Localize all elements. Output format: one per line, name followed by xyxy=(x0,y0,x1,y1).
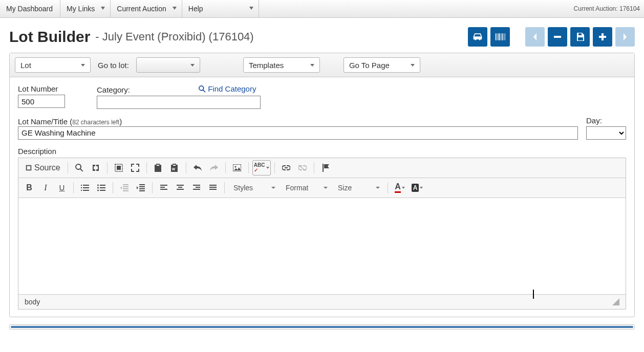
menu-my-links[interactable]: My Links xyxy=(60,0,111,17)
go-to-lot-label: Go to lot: xyxy=(98,61,129,70)
editor-outdent-button xyxy=(117,180,132,195)
barcode-button[interactable] xyxy=(490,27,510,47)
vehicle-button[interactable] xyxy=(468,27,487,47)
chevron-down-icon xyxy=(324,187,328,189)
chevron-right-icon xyxy=(622,33,628,40)
menu-label: My Dashboard xyxy=(6,5,53,13)
editor-bg-color-button[interactable]: A xyxy=(409,180,425,195)
lot-number-field-group: Lot Number xyxy=(18,84,65,109)
chevron-down-icon xyxy=(271,187,275,189)
day-select[interactable] xyxy=(586,126,626,140)
page-subtitle: - July Event (Proxibid) (176104) xyxy=(95,30,253,43)
editor-replace-button[interactable] xyxy=(88,160,103,175)
editor-maximize-button[interactable] xyxy=(127,160,143,175)
editor-bold-button[interactable]: B xyxy=(22,180,37,195)
find-category-link[interactable]: Find Category xyxy=(199,84,256,93)
category-field-group: Category: Find Category xyxy=(97,84,261,109)
top-menu: My Dashboard My Links Current Auction He… xyxy=(0,0,259,17)
menu-my-dashboard[interactable]: My Dashboard xyxy=(0,0,60,17)
editor-find-button[interactable] xyxy=(72,160,87,175)
undo-icon xyxy=(194,165,202,171)
editor-styles-select[interactable]: Styles xyxy=(228,180,280,195)
chevron-down-icon xyxy=(266,167,269,169)
flag-icon xyxy=(322,164,329,172)
chevron-down-icon xyxy=(173,7,177,10)
select-all-icon xyxy=(115,164,123,172)
lot-title-label: Lot Name/Title (82 characters left) xyxy=(18,117,122,126)
editor-align-justify-button[interactable] xyxy=(205,180,221,195)
editor-bullet-list-button[interactable] xyxy=(94,180,109,195)
go-to-page-select[interactable]: Go To Page xyxy=(344,57,420,73)
editor-toolbar-row-2: B I U Styles Format Size xyxy=(18,178,626,198)
chevron-down-icon xyxy=(81,64,85,67)
chevron-down-icon xyxy=(420,187,423,189)
lot-type-select[interactable]: Lot xyxy=(15,57,91,73)
barcode-icon xyxy=(495,33,505,41)
page-title: Lot Builder xyxy=(9,28,90,46)
go-to-lot-select[interactable] xyxy=(136,57,200,73)
editor-flag-button[interactable] xyxy=(318,160,333,175)
editor-selectall-button[interactable] xyxy=(111,160,126,175)
editor-paste-button[interactable] xyxy=(151,160,166,175)
align-left-icon xyxy=(160,185,167,191)
lot-number-label: Lot Number xyxy=(18,84,65,93)
search-icon xyxy=(199,85,206,93)
editor-underline-button[interactable]: U xyxy=(54,180,70,195)
editor-footer: body xyxy=(18,294,626,309)
minus-icon xyxy=(554,33,561,40)
italic-icon: I xyxy=(44,183,47,192)
editor-align-right-button[interactable] xyxy=(189,180,204,195)
editor-numbered-list-button[interactable] xyxy=(77,180,93,195)
editor-spellcheck-button[interactable]: ABC✓ xyxy=(252,160,271,175)
link-icon xyxy=(282,165,290,170)
editor-size-select[interactable]: Size xyxy=(333,180,384,195)
plus-icon xyxy=(599,33,606,40)
search-icon xyxy=(75,164,83,172)
category-input[interactable] xyxy=(97,96,261,109)
editor-element-path[interactable]: body xyxy=(25,298,40,306)
editor-format-select[interactable]: Format xyxy=(281,180,332,195)
next-panel-header xyxy=(9,324,635,329)
align-right-icon xyxy=(193,185,200,191)
menu-label: My Links xyxy=(67,5,95,13)
editor-image-button[interactable] xyxy=(229,160,245,175)
combo-label: Go To Page xyxy=(349,61,390,70)
source-icon xyxy=(25,164,32,171)
day-field-group: Day: xyxy=(586,116,626,140)
lot-title-input[interactable] xyxy=(18,126,578,140)
description-editor: Source ABC✓ xyxy=(18,158,626,310)
page-header: Lot Builder - July Event (Proxibid) (176… xyxy=(0,18,644,53)
templates-select[interactable]: Templates xyxy=(243,57,320,73)
editor-source-button[interactable]: Source xyxy=(22,160,64,175)
editor-align-left-button[interactable] xyxy=(156,180,171,195)
svg-rect-0 xyxy=(554,36,561,38)
editor-resize-grip[interactable] xyxy=(612,298,619,305)
image-icon xyxy=(233,164,241,171)
car-icon xyxy=(473,33,483,41)
lot-number-input[interactable] xyxy=(18,95,65,108)
svg-point-6 xyxy=(97,187,99,188)
save-button[interactable] xyxy=(570,27,590,47)
menu-label: Help xyxy=(188,5,203,13)
unordered-list-icon xyxy=(97,184,105,191)
editor-undo-button[interactable] xyxy=(190,160,205,175)
editor-text-color-button[interactable]: A xyxy=(392,180,408,195)
editor-unlink-button xyxy=(295,160,310,175)
editor-italic-button[interactable]: I xyxy=(38,180,53,195)
editor-indent-button[interactable] xyxy=(133,180,148,195)
menu-current-auction[interactable]: Current Auction xyxy=(111,0,182,17)
align-center-icon xyxy=(177,185,184,191)
editor-content-area[interactable] xyxy=(18,198,626,294)
chevron-down-icon xyxy=(402,187,405,189)
menu-help[interactable]: Help xyxy=(182,0,259,17)
editor-link-button[interactable] xyxy=(278,160,294,175)
ordered-list-icon xyxy=(81,184,89,191)
editor-align-center-button[interactable] xyxy=(173,180,188,195)
spellcheck-icon: ABC✓ xyxy=(254,163,265,173)
unlink-icon xyxy=(298,165,307,171)
add-lot-button[interactable] xyxy=(593,27,612,47)
remove-lot-button[interactable] xyxy=(548,27,567,47)
editor-paste-word-button[interactable] xyxy=(167,160,182,175)
redo-icon xyxy=(210,165,218,171)
prev-lot-button xyxy=(525,27,545,47)
